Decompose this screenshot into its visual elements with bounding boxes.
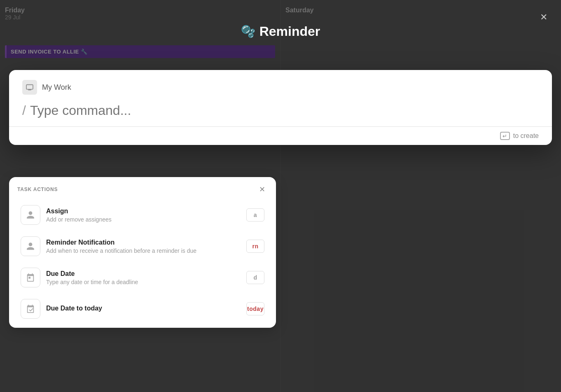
- reminder-notification-title: Reminder Notification: [46, 239, 241, 246]
- to-create-label: to create: [513, 132, 539, 140]
- modal-header: My Work: [9, 70, 552, 100]
- task-actions-header: TASK ACTIONS ✕: [9, 177, 276, 199]
- assign-icon-box: [21, 205, 40, 225]
- workspace-label: My Work: [42, 83, 71, 92]
- assign-text: Assign Add or remove assignees: [46, 208, 241, 223]
- due-date-today-text: Due Date to today: [46, 305, 241, 313]
- due-date-icon-box: [21, 268, 40, 287]
- workspace-icon: [22, 80, 37, 95]
- due-date-shortcut: d: [246, 271, 264, 284]
- due-date-text: Due Date Type any date or time for a dea…: [46, 270, 241, 285]
- due-date-today-icon-box: [21, 299, 40, 319]
- reminder-notification-shortcut: rn: [246, 240, 264, 253]
- reminder-notification-desc: Add when to receive a notification befor…: [46, 247, 241, 254]
- command-area: /: [9, 100, 552, 127]
- task-actions-close-button[interactable]: ✕: [256, 184, 268, 195]
- reminder-header-bar: 🫧 Reminder: [241, 24, 320, 39]
- modal-bottom-bar: ↵ to create: [9, 127, 552, 145]
- due-date-desc: Type any date or time for a deadline: [46, 279, 241, 285]
- close-background-button[interactable]: ✕: [536, 10, 551, 25]
- action-item-due-date[interactable]: Due Date Type any date or time for a dea…: [12, 262, 273, 293]
- main-modal: My Work / ↵ to create: [9, 70, 552, 145]
- reminder-title-text: Reminder: [259, 24, 320, 39]
- assign-shortcut: a: [246, 208, 264, 222]
- due-date-today-title: Due Date to today: [46, 305, 241, 312]
- task-actions-panel: TASK ACTIONS ✕ Assign Add or remove assi…: [9, 177, 276, 328]
- assign-title: Assign: [46, 208, 241, 215]
- action-item-assign[interactable]: Assign Add or remove assignees a: [12, 199, 273, 231]
- due-date-today-shortcut: today: [246, 302, 264, 315]
- due-date-title: Due Date: [46, 270, 241, 278]
- action-item-due-date-today[interactable]: Due Date to today today: [12, 293, 273, 324]
- assign-desc: Add or remove assignees: [46, 216, 241, 223]
- action-item-reminder-notification[interactable]: Reminder Notification Add when to receiv…: [12, 231, 273, 262]
- reminder-notification-text: Reminder Notification Add when to receiv…: [46, 239, 241, 254]
- to-create-hint: ↵ to create: [500, 132, 539, 140]
- reminder-notification-icon-box: [21, 236, 40, 256]
- enter-icon: ↵: [500, 132, 510, 140]
- svg-rect-0: [26, 85, 33, 89]
- slash-icon: /: [22, 103, 26, 118]
- task-actions-label: TASK ACTIONS: [17, 187, 58, 192]
- command-input[interactable]: [30, 103, 539, 118]
- reminder-emoji: 🫧: [241, 25, 255, 38]
